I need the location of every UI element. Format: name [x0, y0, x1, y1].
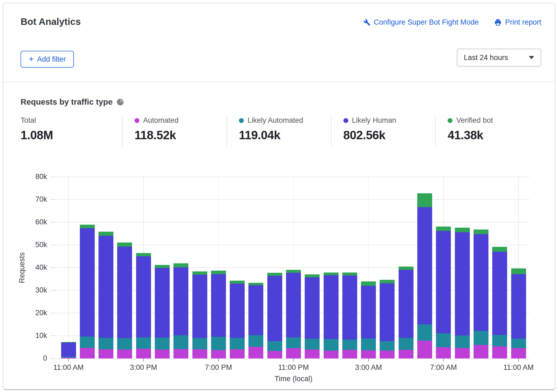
- bar-segment-likely-human[interactable]: [511, 274, 526, 339]
- bar-segment-automated[interactable]: [230, 349, 245, 358]
- bar-segment-likely-human[interactable]: [492, 252, 507, 335]
- time-range-select[interactable]: Last 24 hours: [457, 49, 541, 67]
- bar-segment-likely-human[interactable]: [173, 267, 188, 335]
- add-filter-button[interactable]: + Add filter: [21, 51, 74, 68]
- bar-segment-likely-human[interactable]: [99, 236, 113, 338]
- bar-segment-likely-human[interactable]: [136, 256, 151, 337]
- bar-segment-likely-automated[interactable]: [173, 335, 188, 349]
- bar-segment-verified-bot[interactable]: [511, 268, 526, 274]
- bar-segment-verified-bot[interactable]: [211, 271, 226, 274]
- chart-bar-700pm[interactable]: [211, 271, 226, 358]
- bar-segment-likely-automated[interactable]: [155, 338, 170, 350]
- bar-segment-likely-human[interactable]: [230, 284, 245, 338]
- chart-bar-500pm[interactable]: [173, 263, 188, 358]
- bar-segment-verified-bot[interactable]: [286, 270, 301, 273]
- bar-segment-automated[interactable]: [192, 349, 207, 358]
- bar-segment-verified-bot[interactable]: [192, 271, 207, 275]
- chart-bar-300am[interactable]: [361, 281, 376, 358]
- bar-segment-automated[interactable]: [305, 350, 320, 358]
- bar-segment-likely-automated[interactable]: [248, 335, 263, 347]
- chart-bar-200am[interactable]: [342, 273, 357, 358]
- bar-segment-automated[interactable]: [324, 351, 339, 358]
- bar-segment-likely-automated[interactable]: [136, 337, 151, 349]
- bar-segment-automated[interactable]: [99, 349, 113, 358]
- chart-bar-800pm[interactable]: [230, 281, 245, 358]
- bar-segment-verified-bot[interactable]: [361, 281, 376, 286]
- bar-segment-likely-automated[interactable]: [80, 337, 95, 348]
- bar-segment-likely-automated[interactable]: [455, 335, 470, 348]
- bar-segment-likely-automated[interactable]: [267, 341, 282, 351]
- bar-segment-likely-automated[interactable]: [417, 324, 432, 341]
- bar-segment-automated[interactable]: [455, 348, 470, 358]
- chart-bar-1000am[interactable]: [492, 247, 507, 358]
- chart-bar-400am[interactable]: [380, 280, 395, 358]
- bar-segment-verified-bot[interactable]: [305, 274, 320, 277]
- chart-bar-1200pm[interactable]: [80, 225, 95, 358]
- bar-segment-likely-human[interactable]: [211, 274, 226, 337]
- bar-segment-automated[interactable]: [211, 350, 226, 358]
- bar-segment-likely-human[interactable]: [324, 275, 339, 339]
- bar-segment-likely-human[interactable]: [267, 276, 282, 341]
- bar-segment-likely-human[interactable]: [417, 207, 432, 324]
- bar-segment-likely-automated[interactable]: [492, 335, 507, 346]
- bar-segment-likely-human[interactable]: [342, 275, 357, 340]
- bar-segment-verified-bot[interactable]: [436, 227, 451, 231]
- bar-segment-likely-human[interactable]: [80, 228, 95, 337]
- bar-segment-likely-automated[interactable]: [399, 338, 413, 350]
- bar-segment-automated[interactable]: [511, 348, 526, 358]
- bar-segment-verified-bot[interactable]: [417, 193, 432, 207]
- chart-bar-800am[interactable]: [455, 228, 470, 358]
- bar-segment-likely-human[interactable]: [117, 247, 132, 338]
- bar-segment-verified-bot[interactable]: [117, 242, 132, 247]
- chart-bar-900am[interactable]: [474, 230, 488, 358]
- bar-segment-likely-human[interactable]: [455, 232, 470, 335]
- bar-segment-likely-automated[interactable]: [99, 338, 113, 350]
- bar-segment-verified-bot[interactable]: [474, 230, 488, 234]
- chart-bar-900pm[interactable]: [248, 283, 263, 358]
- bar-segment-verified-bot[interactable]: [380, 280, 395, 283]
- bar-segment-likely-automated[interactable]: [211, 337, 226, 350]
- bar-segment-verified-bot[interactable]: [80, 225, 95, 228]
- bar-segment-automated[interactable]: [173, 349, 188, 358]
- bar-segment-automated[interactable]: [155, 350, 170, 358]
- bar-segment-automated[interactable]: [117, 350, 132, 358]
- bar-segment-verified-bot[interactable]: [267, 273, 282, 276]
- bar-segment-verified-bot[interactable]: [136, 253, 151, 256]
- bar-segment-likely-human[interactable]: [286, 273, 301, 337]
- bar-segment-automated[interactable]: [267, 351, 282, 358]
- bar-segment-likely-human[interactable]: [192, 275, 207, 338]
- bar-segment-likely-automated[interactable]: [230, 338, 245, 349]
- bar-segment-likely-automated[interactable]: [117, 338, 132, 350]
- bar-segment-likely-automated[interactable]: [286, 337, 301, 348]
- chart-bar-1100am[interactable]: [511, 268, 526, 358]
- bar-segment-verified-bot[interactable]: [248, 283, 263, 285]
- bar-segment-automated[interactable]: [417, 341, 432, 358]
- chart-bar-1100pm[interactable]: [286, 270, 301, 358]
- chart-bar-100pm[interactable]: [99, 232, 113, 358]
- bar-segment-likely-human[interactable]: [305, 277, 320, 339]
- bar-segment-likely-automated[interactable]: [361, 338, 376, 350]
- bar-segment-likely-human[interactable]: [380, 283, 395, 341]
- bar-segment-verified-bot[interactable]: [324, 273, 339, 275]
- bar-segment-likely-human[interactable]: [61, 343, 76, 357]
- bar-segment-likely-automated[interactable]: [380, 341, 395, 350]
- bar-segment-verified-bot[interactable]: [230, 281, 245, 284]
- bar-segment-verified-bot[interactable]: [455, 228, 470, 232]
- bar-segment-likely-automated[interactable]: [305, 339, 320, 350]
- bar-segment-verified-bot[interactable]: [155, 265, 170, 268]
- bar-segment-automated[interactable]: [61, 358, 76, 358]
- bar-segment-likely-human[interactable]: [474, 234, 488, 331]
- bar-segment-automated[interactable]: [136, 349, 151, 358]
- chart-bar-700am[interactable]: [436, 227, 451, 358]
- bar-segment-likely-human[interactable]: [248, 285, 263, 335]
- chart-bar-600am[interactable]: [417, 193, 432, 358]
- configure-super-bot-fight-mode-link[interactable]: Configure Super Bot Fight Mode: [363, 18, 478, 26]
- chart-bar-400pm[interactable]: [155, 265, 170, 358]
- bar-segment-automated[interactable]: [361, 350, 376, 358]
- bar-segment-likely-human[interactable]: [361, 286, 376, 338]
- bar-segment-likely-human[interactable]: [399, 270, 413, 338]
- bar-segment-automated[interactable]: [286, 348, 301, 358]
- print-report-link[interactable]: Print report: [494, 18, 541, 26]
- bar-segment-automated[interactable]: [399, 350, 413, 358]
- bar-segment-verified-bot[interactable]: [399, 267, 413, 270]
